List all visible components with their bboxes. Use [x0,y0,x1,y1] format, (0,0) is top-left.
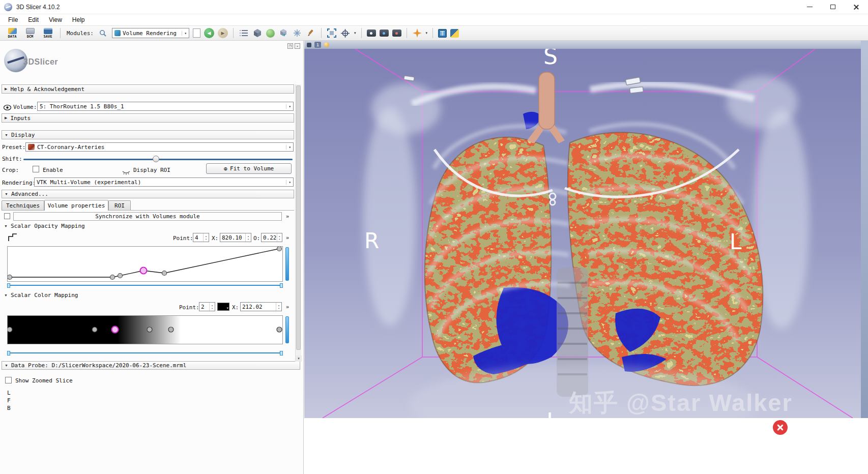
preset-combo[interactable]: CT-Coronary-Arteries ▾ [25,142,294,152]
volume-label: Volume: [13,104,37,110]
view-controller-icon[interactable] [324,42,329,47]
load-dicom-button[interactable]: DCM [23,28,37,39]
module-doc-button[interactable] [193,28,200,38]
color-control-point[interactable] [92,327,97,332]
video-capture-button[interactable] [392,29,401,37]
opacity-more-button[interactable]: » [283,233,292,242]
step-function-icon[interactable] [8,233,17,244]
opacity-control-point[interactable] [118,274,123,278]
scene-views-button[interactable] [380,29,389,37]
menu-view[interactable]: View [44,15,67,24]
spinner-buttons[interactable]: ▴▾ [203,233,209,242]
color-control-point[interactable] [147,327,152,332]
range-handle-left[interactable] [7,283,10,288]
roi-eye-icon[interactable] [122,168,130,177]
range-handle-right[interactable] [280,283,283,288]
opacity-control-point[interactable] [277,247,282,251]
color-more-button[interactable]: » [283,302,292,311]
menu-file[interactable]: File [3,15,23,24]
history-forward-button[interactable]: ▶ [218,28,228,38]
sync-more-button[interactable]: » [283,212,292,221]
opacity-point-spinbox[interactable]: 4 ▴▾ [193,233,209,242]
panel-float-button[interactable]: ❐ [287,43,293,49]
opacity-x-spinbox[interactable]: 820.10 ▴▾ [220,233,251,242]
range-handle-right[interactable] [280,351,283,355]
crop-enable-checkbox[interactable] [33,166,39,172]
panel-scrollbar[interactable]: ▾ [295,84,301,362]
color-control-point[interactable] [277,327,282,332]
opacity-range-slider[interactable] [7,283,283,288]
markups-dropdown[interactable]: ▾ [426,31,428,35]
extensions-manager-button[interactable] [266,29,275,38]
sync-volumes-checkbox[interactable] [4,213,10,219]
opacity-vertical-slider[interactable] [285,247,289,281]
opacity-control-point-selected[interactable] [140,268,147,274]
overlay-close-button[interactable] [773,420,788,435]
color-mapping-header[interactable]: ▼ Scalar Color Mapping [4,292,78,299]
spinner-buttons[interactable]: ▴▾ [209,303,215,311]
python-console-button[interactable] [450,29,459,38]
opacity-mapping-header[interactable]: ▼ Scalar Opacity Mapping [4,223,85,229]
save-button[interactable]: SAVE [41,28,55,39]
scrollbar-thumb[interactable] [296,85,301,350]
module-history-button[interactable] [239,28,249,38]
volume-combo[interactable]: 5: ThorRoutine 1.5 B80s_1 ▾ [37,102,294,111]
history-back-button[interactable]: ◀ [204,28,214,38]
show-zoomed-slice-checkbox[interactable] [5,377,12,383]
range-handle-left[interactable] [7,351,10,355]
data-probe-header[interactable]: ▼ Data Probe: D:/SlicerWorkspace/2020-06… [2,361,300,370]
annotation-pen-button[interactable] [306,28,316,38]
cache-snowflake-button[interactable] [292,28,302,38]
threed-viewport[interactable]: S R L I 知乎 @Star Walker [304,49,861,418]
menu-help[interactable]: Help [67,15,90,24]
install-extension-button[interactable] [278,28,288,38]
view-controller-bar[interactable]: 1 [304,41,861,49]
window-layout-button[interactable] [438,29,447,38]
close-button[interactable] [845,0,868,14]
color-control-point-selected[interactable] [112,327,119,333]
color-swatch[interactable]: ▾ [217,303,229,311]
spinner-buttons[interactable]: ▴▾ [276,303,281,311]
opacity-control-point[interactable] [8,275,12,280]
opacity-o-spinbox[interactable]: 0.22 ▴▾ [261,233,282,242]
color-vertical-slider[interactable] [285,316,289,343]
volume-rendering-canvas[interactable]: S R L I 知乎 @Star Walker [304,49,861,418]
screenshot-button[interactable] [327,28,337,38]
tab-volume-properties[interactable]: Volume properties [44,200,108,211]
opacity-control-point[interactable] [162,271,167,276]
module-search-icon[interactable] [98,28,108,38]
inputs-section-header[interactable]: ▶ Inputs [2,113,294,123]
maximize-button[interactable] [821,0,845,14]
tab-techniques[interactable]: Techniques [2,200,44,211]
module-home-button[interactable] [252,28,263,38]
color-point-spinbox[interactable]: 2 ▴▾ [199,302,215,311]
load-data-button[interactable]: DATA [5,28,19,39]
menu-edit[interactable]: Edit [23,15,44,24]
minimize-button[interactable] [798,0,821,14]
spinner-buttons[interactable]: ▴▾ [277,233,282,242]
view-pin-icon[interactable] [307,43,311,47]
opacity-control-point[interactable] [110,275,115,280]
color-range-slider[interactable] [7,351,283,355]
color-gradient-editor[interactable] [7,315,283,344]
rendering-combo[interactable]: VTK Multi-Volume (experimental) ▾ [34,177,294,187]
display-section-header[interactable]: ▼ Display [2,130,294,139]
panel-close-button[interactable]: × [295,43,300,49]
tab-roi[interactable]: ROI [108,200,131,211]
fit-to-volume-button[interactable]: ⊕ Fit to Volume [206,163,292,174]
color-x-spinbox[interactable]: 212.02 ▴▾ [240,302,282,311]
spinner-buttons[interactable]: ▴▾ [245,233,251,242]
crosshair-button[interactable] [340,28,351,38]
opacity-function-editor[interactable] [7,246,283,282]
shift-slider-handle[interactable] [153,156,159,162]
screen-capture-button[interactable] [367,29,376,37]
volume-visibility-eye-icon[interactable] [4,103,11,112]
crosshair-dropdown[interactable]: ▾ [354,31,356,35]
advanced-section-header[interactable]: ▼ Advanced... [2,190,294,198]
scrollbar-down-button[interactable]: ▾ [296,355,302,362]
module-selector-combo[interactable]: Volume Rendering ▾ [112,28,189,38]
markups-fiducial-button[interactable] [412,28,422,38]
color-control-point[interactable] [8,327,12,332]
help-section-header[interactable]: ▶ Help & Acknowledgement [2,84,294,94]
color-control-point[interactable] [168,327,173,332]
